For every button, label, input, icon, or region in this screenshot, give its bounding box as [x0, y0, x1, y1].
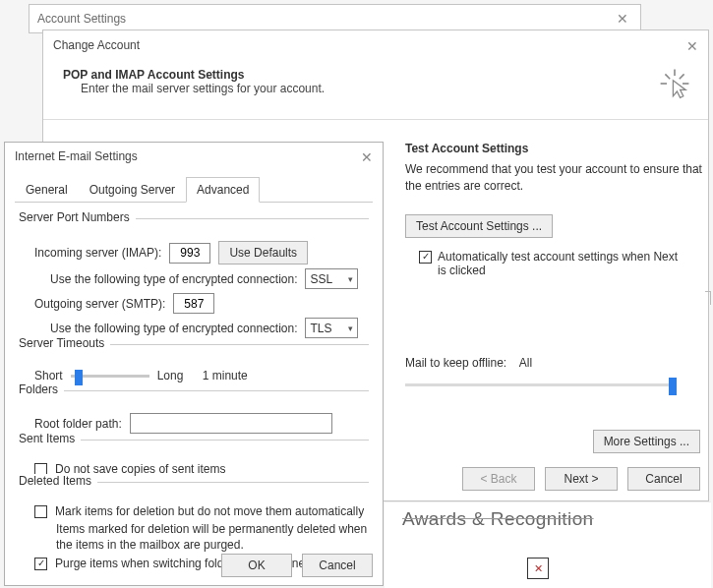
incoming-enc-value: SSL [310, 272, 332, 286]
svg-line-3 [665, 74, 670, 79]
incoming-label: Incoming server (IMAP): [34, 246, 161, 260]
outgoing-enc-label: Use the following type of encrypted conn… [50, 322, 297, 335]
next-button[interactable]: Next > [545, 467, 618, 491]
purge-checkbox[interactable]: ✓ [34, 558, 47, 570]
mail-offline-slider[interactable] [405, 380, 677, 393]
pop-imap-heading: POP and IMAP Account Settings [63, 68, 688, 82]
internet-email-title: Internet E-mail Settings [15, 149, 138, 165]
test-account-panel: Test Account Settings We recommend that … [405, 142, 708, 393]
internet-email-settings-dialog: Internet E-mail Settings ✕ General Outgo… [4, 142, 384, 586]
tab-outgoing-server[interactable]: Outgoing Server [79, 177, 186, 203]
root-folder-label: Root folder path: [34, 417, 122, 431]
test-account-heading: Test Account Settings [405, 142, 708, 155]
back-button[interactable]: < Back [462, 467, 535, 491]
account-settings-title: Account Settings [37, 12, 126, 26]
timeout-short-label: Short [34, 369, 63, 382]
ok-button[interactable]: OK [221, 554, 292, 577]
incoming-enc-label: Use the following type of encrypted conn… [50, 272, 297, 286]
folders-legend: Folders [19, 382, 64, 396]
deleted-items-legend: Deleted Items [19, 474, 97, 488]
mark-delete-checkbox[interactable] [34, 505, 47, 518]
timeout-long-label: Long [157, 369, 184, 382]
svg-line-4 [680, 74, 684, 79]
incoming-port-input[interactable] [169, 243, 210, 264]
close-icon[interactable]: ✕ [686, 38, 698, 54]
timeout-slider[interactable] [71, 367, 149, 384]
cancel-button[interactable]: Cancel [302, 554, 373, 577]
use-defaults-button[interactable]: Use Defaults [218, 241, 308, 265]
broken-image-icon: ✕ [527, 558, 549, 579]
test-account-button[interactable]: Test Account Settings ... [405, 214, 553, 238]
close-icon[interactable]: ✕ [361, 149, 373, 165]
tab-advanced[interactable]: Advanced [186, 177, 260, 203]
background-scrap [705, 291, 711, 305]
server-timeouts-legend: Server Timeouts [19, 336, 110, 350]
test-account-body: We recommend that you test your account … [405, 161, 708, 195]
pop-imap-subheading: Enter the mail server settings for your … [63, 82, 688, 95]
more-settings-button[interactable]: More Settings ... [593, 430, 700, 453]
background-page: Awards & Recognition ✕ [385, 501, 711, 588]
cancel-button[interactable]: Cancel [627, 467, 700, 491]
root-folder-input[interactable] [130, 413, 332, 434]
close-icon[interactable]: ✕ [613, 11, 632, 27]
server-port-legend: Server Port Numbers [19, 210, 136, 224]
outgoing-label: Outgoing server (SMTP): [34, 297, 165, 311]
auto-test-label: Automatically test account settings when… [438, 250, 683, 277]
auto-test-checkbox[interactable]: ✓ [419, 251, 432, 264]
cursor-click-icon [659, 68, 690, 99]
mail-offline-label: Mail to keep offline: [405, 356, 506, 370]
sent-items-legend: Sent Items [19, 432, 81, 445]
tab-general[interactable]: General [15, 177, 79, 203]
chevron-down-icon: ▾ [348, 274, 353, 284]
timeout-value: 1 minute [203, 369, 248, 382]
incoming-enc-select[interactable]: SSL ▾ [305, 268, 358, 289]
change-account-title: Change Account [53, 38, 140, 54]
outgoing-enc-value: TLS [310, 322, 331, 335]
chevron-down-icon: ▾ [348, 323, 353, 333]
outgoing-enc-select[interactable]: TLS ▾ [305, 318, 358, 338]
mark-delete-label[interactable]: Mark items for deletion but do not move … [55, 504, 364, 518]
tab-bar: General Outgoing Server Advanced [15, 176, 373, 203]
mark-delete-note: Items marked for deletion will be perman… [19, 522, 369, 553]
outgoing-port-input[interactable] [173, 293, 214, 314]
mail-offline-value: All [519, 356, 532, 370]
background-heading: Awards & Recognition [402, 508, 594, 530]
